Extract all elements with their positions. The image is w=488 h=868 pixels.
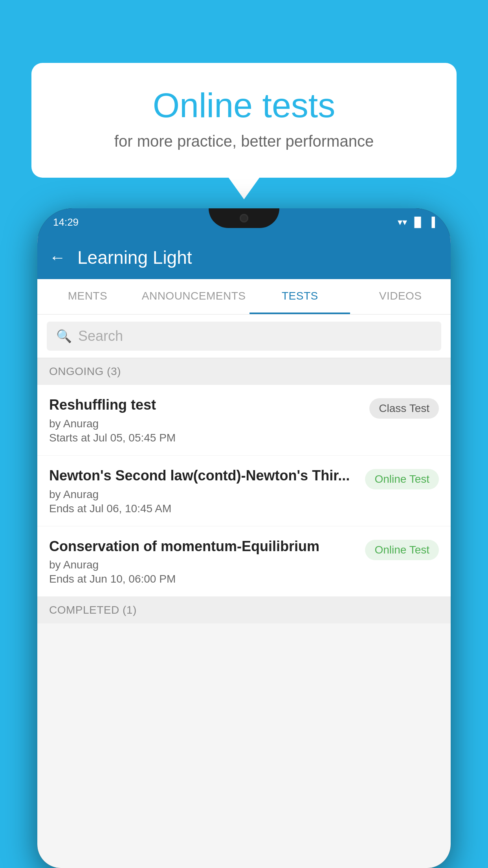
test-item[interactable]: Newton's Second law(contd)-Newton's Thir…	[37, 456, 451, 526]
test-item-content: Conservation of momentum-Equilibrium by …	[49, 537, 357, 586]
test-item-by: by Anurag	[49, 559, 357, 571]
test-item-time: Ends at Jun 10, 06:00 PM	[49, 573, 357, 585]
test-item-by: by Anurag	[49, 488, 357, 501]
test-item-name: Conservation of momentum-Equilibrium	[49, 537, 357, 556]
signal-icon: ▐▌	[411, 217, 424, 228]
phone-frame: 14:29 ▾▾ ▐▌ ▐ ← Learning Light MENTS ANN…	[37, 208, 451, 868]
test-badge-online: Online Test	[365, 540, 439, 560]
test-item-time: Ends at Jul 06, 10:45 AM	[49, 502, 357, 515]
app-bar-title: Learning Light	[77, 247, 192, 268]
tab-ments[interactable]: MENTS	[37, 279, 138, 314]
search-box[interactable]: 🔍 Search	[47, 322, 441, 351]
search-icon: 🔍	[56, 329, 72, 344]
test-item-time: Starts at Jul 05, 05:45 PM	[49, 432, 361, 444]
test-item-name: Reshuffling test	[49, 396, 361, 414]
search-container: 🔍 Search	[37, 314, 451, 358]
test-item-by: by Anurag	[49, 417, 361, 430]
tab-announcements[interactable]: ANNOUNCEMENTS	[138, 279, 250, 314]
bubble-title: Online tests	[63, 86, 425, 125]
test-badge-class: Class Test	[369, 398, 439, 419]
speech-bubble: Online tests for more practice, better p…	[31, 63, 457, 178]
ongoing-section-header: ONGOING (3)	[37, 358, 451, 385]
test-item-content: Newton's Second law(contd)-Newton's Thir…	[49, 467, 357, 515]
phone-screen: ← Learning Light MENTS ANNOUNCEMENTS TES…	[37, 236, 451, 868]
status-icons: ▾▾ ▐▌ ▐	[398, 217, 435, 228]
bubble-subtitle: for more practice, better performance	[63, 132, 425, 150]
test-item-name: Newton's Second law(contd)-Newton's Thir…	[49, 467, 357, 485]
back-button[interactable]: ←	[49, 248, 66, 267]
status-time: 14:29	[53, 216, 79, 228]
wifi-icon: ▾▾	[398, 217, 407, 228]
tab-tests[interactable]: TESTS	[250, 279, 350, 314]
notch	[209, 208, 279, 228]
test-item[interactable]: Conservation of momentum-Equilibrium by …	[37, 526, 451, 597]
test-item[interactable]: Reshuffling test by Anurag Starts at Jul…	[37, 385, 451, 456]
test-badge-online: Online Test	[365, 469, 439, 489]
app-bar: ← Learning Light	[37, 236, 451, 279]
status-bar: 14:29 ▾▾ ▐▌ ▐	[37, 208, 451, 236]
search-input[interactable]: Search	[78, 328, 123, 344]
tabs-bar: MENTS ANNOUNCEMENTS TESTS VIDEOS	[37, 279, 451, 314]
camera	[240, 214, 248, 223]
battery-icon: ▐	[428, 217, 435, 228]
completed-section-header: COMPLETED (1)	[37, 597, 451, 623]
tab-videos[interactable]: VIDEOS	[350, 279, 451, 314]
test-item-content: Reshuffling test by Anurag Starts at Jul…	[49, 396, 361, 444]
